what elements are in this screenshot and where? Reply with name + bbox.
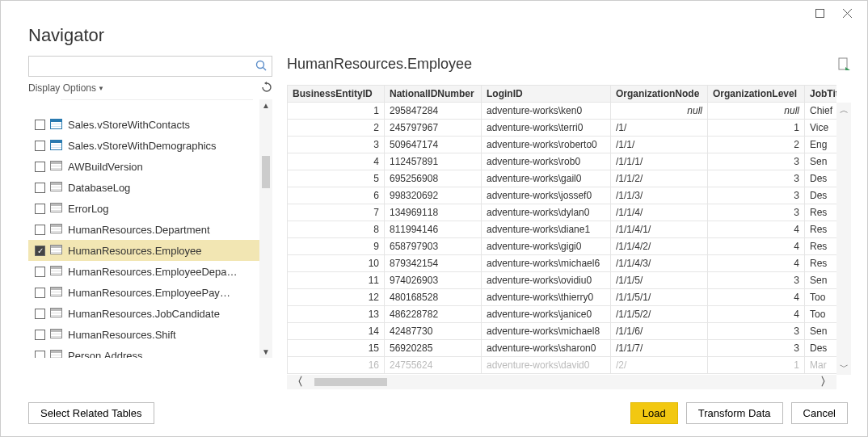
- tree-item-label: ErrorLog: [68, 203, 109, 215]
- checkbox[interactable]: [35, 309, 45, 319]
- close-icon: [843, 9, 852, 18]
- select-related-tables-button[interactable]: Select Related Tables: [28, 402, 154, 424]
- tree-item[interactable]: Person.Address: [28, 345, 259, 358]
- tree-item[interactable]: ErrorLog: [28, 198, 259, 219]
- checkbox[interactable]: [35, 267, 45, 277]
- checkbox[interactable]: [35, 288, 45, 298]
- tree-item[interactable]: HumanResources.Department: [28, 219, 259, 240]
- table-cell: 15: [288, 340, 385, 357]
- checkbox[interactable]: [35, 120, 45, 130]
- checkbox[interactable]: [35, 141, 45, 151]
- tree-item[interactable]: ✓HumanResources.Employee: [28, 240, 259, 261]
- scroll-right-icon[interactable]: 〉: [815, 375, 836, 389]
- table-row[interactable]: 1624755624adventure-works\david0/2/1Mar: [288, 357, 837, 374]
- column-header[interactable]: BusinessEntityID: [288, 86, 385, 103]
- chevron-down-icon: ▼: [98, 85, 104, 92]
- checkbox[interactable]: [35, 351, 45, 359]
- table-cell: 8: [288, 221, 385, 238]
- window-close-button[interactable]: [833, 4, 861, 22]
- checkbox[interactable]: [35, 330, 45, 340]
- scroll-up-icon[interactable]: ︿: [840, 103, 849, 118]
- table-cell: /1/1/5/: [611, 272, 708, 289]
- table-row[interactable]: 1556920285adventure-works\sharon0/1/1/7/…: [288, 340, 837, 357]
- scroll-thumb[interactable]: [314, 378, 387, 386]
- navigator-window: Navigator Display Options ▼: [0, 0, 868, 437]
- table-cell: 1: [288, 103, 385, 120]
- table-cell: 3: [708, 323, 805, 340]
- scroll-up-icon[interactable]: ▲: [259, 101, 272, 110]
- table-cell: 14: [288, 323, 385, 340]
- table-cell: 6: [288, 187, 385, 204]
- search-input[interactable]: [34, 61, 255, 73]
- table-row[interactable]: 1295847284adventure-works\ken0nullnullCh…: [288, 103, 837, 120]
- tree-item[interactable]: HumanResources.Shift: [28, 324, 259, 345]
- window-maximize-button[interactable]: [806, 4, 833, 22]
- checkbox[interactable]: ✓: [35, 246, 45, 256]
- tree-scrollbar[interactable]: ▲ ▼: [259, 99, 272, 358]
- checkbox[interactable]: [35, 162, 45, 172]
- table-row[interactable]: 4112457891adventure-works\rob0/1/1/1/3Se…: [288, 153, 837, 170]
- search-box[interactable]: [28, 56, 272, 77]
- table-cell: 3: [708, 340, 805, 357]
- checkbox[interactable]: [35, 183, 45, 193]
- column-header[interactable]: LoginID: [482, 86, 611, 103]
- tree-item[interactable]: HumanResources.JobCandidate: [28, 303, 259, 324]
- table-cell: 3: [708, 272, 805, 289]
- table-cell: 3: [708, 187, 805, 204]
- grid-vertical-scrollbar[interactable]: ︿ ﹀: [836, 103, 851, 375]
- tree-item[interactable]: Sales.vStoreWithDemographics: [28, 135, 259, 156]
- table-row[interactable]: 1442487730adventure-works\michael8/1/1/6…: [288, 323, 837, 340]
- tree-item[interactable]: HumanResources.EmployeePayHistory: [28, 282, 259, 303]
- column-header[interactable]: NationalIDNumber: [385, 86, 482, 103]
- object-tree: Sales.vStoreWithContactsSales.vStoreWith…: [28, 99, 272, 358]
- cancel-button[interactable]: Cancel: [791, 402, 848, 424]
- column-header[interactable]: OrganizationLevel: [708, 86, 805, 103]
- scroll-down-icon[interactable]: ▼: [259, 347, 272, 356]
- table-row[interactable]: 10879342154adventure-works\michael6/1/1/…: [288, 255, 837, 272]
- display-options-row: Display Options ▼: [28, 77, 272, 99]
- table-cell: /1/1/4/3/: [611, 255, 708, 272]
- export-button[interactable]: [836, 57, 851, 74]
- transform-data-button[interactable]: Transform Data: [686, 402, 783, 424]
- table-row[interactable]: 2245797967adventure-works\terri0/1/1Vice: [288, 120, 837, 137]
- page-title: Navigator: [1, 25, 867, 56]
- tree-item[interactable]: AWBuildVersion: [28, 156, 259, 177]
- display-options-dropdown[interactable]: Display Options ▼: [28, 82, 104, 94]
- table-row[interactable]: 11974026903adventure-works\ovidiu0/1/1/5…: [288, 272, 837, 289]
- scroll-down-icon[interactable]: ﹀: [840, 359, 849, 375]
- column-header[interactable]: JobTitle: [805, 86, 837, 103]
- tree-item[interactable]: Sales.vStoreWithContacts: [28, 114, 259, 135]
- table-row[interactable]: 8811994146adventure-works\diane1/1/1/4/1…: [288, 221, 837, 238]
- table-row[interactable]: 7134969118adventure-works\dylan0/1/1/4/3…: [288, 204, 837, 221]
- table-cell: /1/1/1/: [611, 153, 708, 170]
- tree-item[interactable]: DatabaseLog: [28, 177, 259, 198]
- search-icon[interactable]: [255, 60, 267, 74]
- table-cell: /1/1/4/: [611, 204, 708, 221]
- table-cell: 3: [708, 170, 805, 187]
- tree-item[interactable]: HumanResources.EmployeeDepartmen...: [28, 261, 259, 282]
- table-icon: [50, 182, 63, 193]
- column-header[interactable]: OrganizationNode: [611, 86, 708, 103]
- tree-item-label: HumanResources.JobCandidate: [68, 308, 220, 320]
- table-cell: 24755624: [385, 357, 482, 374]
- table-cell: /1/1/5/2/: [611, 306, 708, 323]
- checkbox[interactable]: [35, 204, 45, 214]
- checkbox[interactable]: [35, 225, 45, 235]
- load-button[interactable]: Load: [630, 402, 678, 424]
- table-cell: adventure-works\diane1: [482, 221, 611, 238]
- refresh-button[interactable]: [261, 82, 272, 95]
- table-row[interactable]: 9658797903adventure-works\gigi0/1/1/4/2/…: [288, 238, 837, 255]
- window-titlebar: [1, 1, 867, 25]
- table-row[interactable]: 13486228782adventure-works\janice0/1/1/5…: [288, 306, 837, 323]
- scroll-thumb[interactable]: [262, 156, 270, 188]
- table-row[interactable]: 12480168528adventure-works\thierry0/1/1/…: [288, 289, 837, 306]
- scroll-left-icon[interactable]: 〈: [287, 375, 308, 389]
- table-row[interactable]: 3509647174adventure-works\roberto0/1/1/2…: [288, 137, 837, 153]
- table-cell: 509647174: [385, 137, 482, 153]
- table-cell: /1/1/6/: [611, 323, 708, 340]
- table-cell: 486228782: [385, 306, 482, 323]
- table-row[interactable]: 5695256908adventure-works\gail0/1/1/2/3D…: [288, 170, 837, 187]
- table-row[interactable]: 6998320692adventure-works\jossef0/1/1/3/…: [288, 187, 837, 204]
- table-cell: adventure-works\sharon0: [482, 340, 611, 357]
- grid-horizontal-scrollbar[interactable]: 〈 〉: [287, 375, 836, 389]
